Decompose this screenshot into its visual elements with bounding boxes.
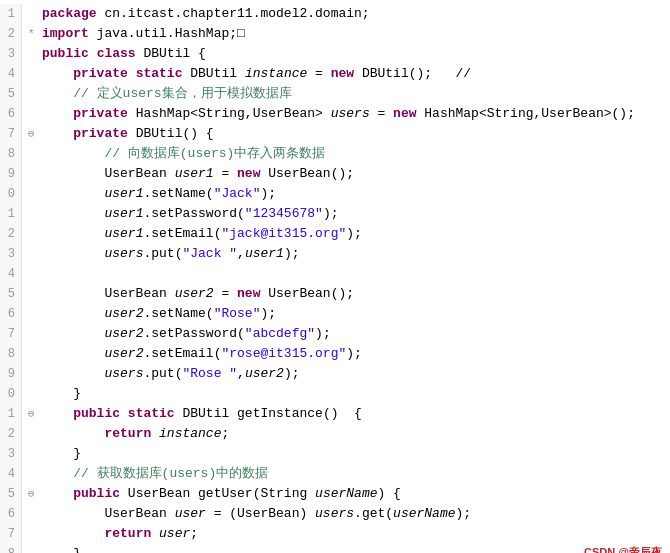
code-content: UserBean user = (UserBean) users.get(use… — [42, 504, 670, 524]
code-content: } — [42, 384, 670, 404]
code-editor: 1package cn.itcast.chapter11.model2.doma… — [0, 0, 670, 553]
line-number: 8 — [0, 544, 22, 553]
line-number: 4 — [0, 64, 22, 84]
code-content: users.put("Jack ",user1); — [42, 244, 670, 264]
code-content: user1.setEmail("jack@it315.org"); — [42, 224, 670, 244]
line-number: 7 — [0, 524, 22, 544]
code-content: } — [42, 544, 670, 553]
code-content: private DBUtil() { — [42, 124, 670, 144]
line-number: 1 — [0, 404, 22, 424]
code-content: private HashMap<String,UserBean> users =… — [42, 104, 670, 124]
line-number: 1 — [0, 204, 22, 224]
line-number: 0 — [0, 384, 22, 404]
code-line: 9 users.put("Rose ",user2); — [0, 364, 670, 384]
code-content: // 获取数据库(users)中的数据 — [42, 464, 670, 484]
line-number: 6 — [0, 504, 22, 524]
line-number: 4 — [0, 464, 22, 484]
code-line: 5 // 定义users集合，用于模拟数据库 — [0, 84, 670, 104]
code-line: 8 user2.setEmail("rose@it315.org"); — [0, 344, 670, 364]
code-line: 3 users.put("Jack ",user1); — [0, 244, 670, 264]
code-line: 5 UserBean user2 = new UserBean(); — [0, 284, 670, 304]
line-number: 6 — [0, 304, 22, 324]
code-line: 4 // 获取数据库(users)中的数据 — [0, 464, 670, 484]
watermark: CSDN @帝辰夜 — [584, 545, 662, 553]
code-content: UserBean user1 = new UserBean(); — [42, 164, 670, 184]
code-content: // 向数据库(users)中存入两条数据 — [42, 144, 670, 164]
line-number: 4 — [0, 264, 22, 284]
code-line: 7 user2.setPassword("abcdefg"); — [0, 324, 670, 344]
line-number: 6 — [0, 104, 22, 124]
code-content: } — [42, 444, 670, 464]
code-line: 2 user1.setEmail("jack@it315.org"); — [0, 224, 670, 244]
code-line: 2*import java.util.HashMap;□ — [0, 24, 670, 44]
line-number: 7 — [0, 324, 22, 344]
line-number: 3 — [0, 244, 22, 264]
line-gutter: ⊖ — [28, 124, 42, 144]
code-line: 0 } — [0, 384, 670, 404]
code-line: 3 } — [0, 444, 670, 464]
code-content: user2.setName("Rose"); — [42, 304, 670, 324]
code-content: user1.setName("Jack"); — [42, 184, 670, 204]
line-number: 2 — [0, 24, 22, 44]
line-number: 0 — [0, 184, 22, 204]
code-content: private static DBUtil instance = new DBU… — [42, 64, 670, 84]
code-line: 1 user1.setPassword("12345678"); — [0, 204, 670, 224]
code-line: 4 — [0, 264, 670, 284]
code-content: public UserBean getUser(String userName)… — [42, 484, 670, 504]
code-line: 8 } — [0, 544, 670, 553]
code-content: user2.setPassword("abcdefg"); — [42, 324, 670, 344]
code-content: return instance; — [42, 424, 670, 444]
line-number: 9 — [0, 164, 22, 184]
code-content: import java.util.HashMap;□ — [42, 24, 670, 44]
code-line: 7⊖ private DBUtil() { — [0, 124, 670, 144]
code-line: 6 user2.setName("Rose"); — [0, 304, 670, 324]
line-number: 1 — [0, 4, 22, 24]
code-line: 8 // 向数据库(users)中存入两条数据 — [0, 144, 670, 164]
code-line: 2 return instance; — [0, 424, 670, 444]
line-number: 5 — [0, 284, 22, 304]
code-line: 0 user1.setName("Jack"); — [0, 184, 670, 204]
code-line: 7 return user; — [0, 524, 670, 544]
line-gutter: ⊖ — [28, 404, 42, 424]
code-content: user1.setPassword("12345678"); — [42, 204, 670, 224]
code-line: 3public class DBUtil { — [0, 44, 670, 64]
line-number: 9 — [0, 364, 22, 384]
line-number: 3 — [0, 44, 22, 64]
line-gutter: * — [28, 24, 42, 44]
line-number: 2 — [0, 224, 22, 244]
line-gutter: ⊖ — [28, 484, 42, 504]
code-content: // 定义users集合，用于模拟数据库 — [42, 84, 670, 104]
code-content: UserBean user2 = new UserBean(); — [42, 284, 670, 304]
code-line: 4 private static DBUtil instance = new D… — [0, 64, 670, 84]
code-line: 9 UserBean user1 = new UserBean(); — [0, 164, 670, 184]
line-number: 2 — [0, 424, 22, 444]
code-content: package cn.itcast.chapter11.model2.domai… — [42, 4, 670, 24]
line-number: 8 — [0, 144, 22, 164]
code-line: 1⊖ public static DBUtil getInstance() { — [0, 404, 670, 424]
code-line: 6 UserBean user = (UserBean) users.get(u… — [0, 504, 670, 524]
code-content: public static DBUtil getInstance() { — [42, 404, 670, 424]
line-number: 8 — [0, 344, 22, 364]
code-content: public class DBUtil { — [42, 44, 670, 64]
code-content: user2.setEmail("rose@it315.org"); — [42, 344, 670, 364]
code-content: users.put("Rose ",user2); — [42, 364, 670, 384]
code-line: 6 private HashMap<String,UserBean> users… — [0, 104, 670, 124]
code-line: 5⊖ public UserBean getUser(String userNa… — [0, 484, 670, 504]
line-number: 3 — [0, 444, 22, 464]
code-line: 1package cn.itcast.chapter11.model2.doma… — [0, 4, 670, 24]
code-content: return user; — [42, 524, 670, 544]
line-number: 5 — [0, 484, 22, 504]
line-number: 5 — [0, 84, 22, 104]
line-number: 7 — [0, 124, 22, 144]
